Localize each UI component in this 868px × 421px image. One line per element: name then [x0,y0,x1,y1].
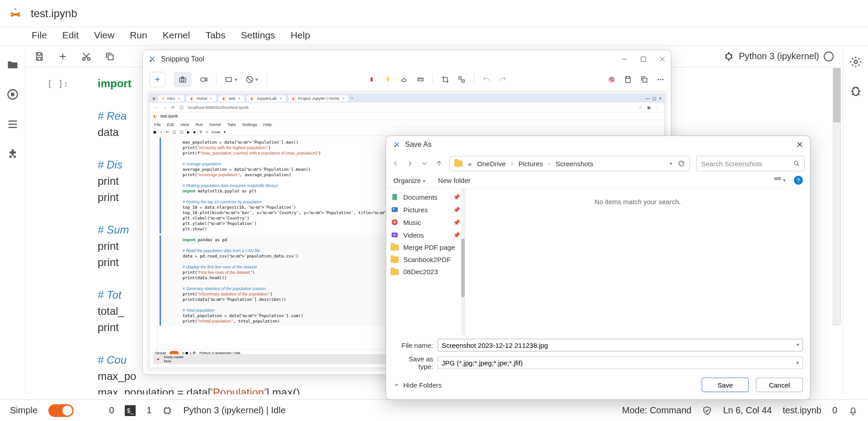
view-mode-dropdown[interactable]: ▾ [774,177,786,184]
tree-folder[interactable]: Merge PDF page [386,241,465,253]
close-dialog-icon[interactable] [797,141,803,148]
filename-input[interactable] [438,339,803,351]
terminal-icon[interactable]: $_ [125,405,136,416]
nav-forward-icon[interactable] [406,159,414,168]
status-zero: 0 [109,405,114,416]
path-segment[interactable]: Pictures [519,160,543,168]
undo-icon[interactable] [482,75,491,84]
tree-scrollbar[interactable] [461,189,465,335]
organize-dropdown[interactable]: Organize ▾ [393,177,425,184]
hide-folders-button[interactable]: Hide Folders [393,381,442,389]
svg-point-6 [726,54,731,59]
kernel-chip-icon [162,406,172,416]
minimize-icon[interactable] [621,56,627,62]
svg-rect-19 [462,80,464,82]
tree-folder[interactable]: Scanbook2PDF [386,253,465,266]
tree-pictures[interactable]: Pictures📌 [386,203,465,216]
menu-settings[interactable]: Settings [241,30,275,41]
search-box[interactable]: Search Screenshots [696,156,805,171]
menu-run[interactable]: Run [130,30,147,41]
svg-rect-31 [778,178,780,180]
camera-mode-button[interactable] [174,72,192,87]
shield-icon [702,406,712,416]
new-folder-button[interactable]: New folder [438,177,471,184]
status-file: test.ipynb [783,405,821,416]
save-as-dialog: Save As « OneDrive› Pictures› Screenshot… [386,136,811,400]
kernel-name[interactable]: Python 3 (ipykernel) [739,51,819,61]
snipping-tool-app-icon [148,55,156,63]
svg-point-22 [612,78,613,79]
folder-icon[interactable] [6,58,19,71]
debug-icon[interactable] [849,84,862,97]
ruler-icon[interactable] [416,75,425,84]
highlighter-icon[interactable] [384,75,392,84]
inner-title: test.ipynb [160,113,178,119]
maximize-icon[interactable] [640,56,646,62]
path-segment[interactable]: Screenshots [556,160,593,168]
eraser-icon[interactable] [400,75,408,84]
close-icon[interactable] [659,56,665,62]
filetype-label: Save as type: [393,355,433,370]
new-snip-button[interactable]: + [149,72,165,87]
svg-rect-24 [643,78,647,82]
svg-point-13 [181,79,184,81]
tree-folder[interactable]: 08Dec2023 [386,266,465,278]
save-icon[interactable] [624,75,632,84]
cut-icon[interactable] [81,51,91,61]
redo-icon[interactable] [499,75,507,84]
shape-dropdown[interactable]: ▾ [225,75,237,84]
browser-tab: ◐test× [219,95,244,102]
filetype-select[interactable]: JPG (*.jpg;*.jpeg;*.jpe;*.jfif)▾ [438,356,803,369]
crop-icon[interactable] [441,75,449,84]
copy-snip-icon[interactable] [640,75,648,84]
jupyter-menubar: File Edit View Run Kernel Tabs Settings … [0,27,868,46]
tree-videos[interactable]: Videos📌 [386,229,465,241]
svg-rect-18 [459,77,461,79]
cell-prompt: [ ]: [47,75,69,92]
running-icon[interactable] [6,88,19,101]
menu-view[interactable]: View [94,30,114,41]
nav-recent-icon[interactable] [420,159,429,168]
nav-back-icon[interactable] [392,159,400,168]
menu-help[interactable]: Help [291,30,310,41]
menu-edit[interactable]: Edit [62,30,79,41]
nav-up-icon[interactable] [435,159,443,168]
gear-icon[interactable] [849,56,862,68]
video-mode-icon[interactable] [200,75,208,84]
path-segment[interactable]: OneDrive [477,160,505,168]
paint-icon[interactable] [608,75,616,84]
save-titlebar[interactable]: Save As [386,136,810,153]
copy-icon[interactable] [105,51,115,61]
path-bar[interactable]: « OneDrive› Pictures› Screenshots ▾ [449,156,690,171]
add-cell-icon[interactable] [58,51,68,61]
snip-titlebar[interactable]: Snipping Tool [143,50,671,68]
bell-icon[interactable] [848,406,858,416]
simple-toggle[interactable] [48,404,74,417]
save-icon[interactable] [34,51,44,61]
help-icon[interactable]: ? [794,176,803,185]
svg-point-26 [660,79,661,80]
search-icon [793,160,800,167]
toc-icon[interactable] [6,118,19,131]
save-button[interactable]: Save [702,378,749,392]
jupyter-statusbar: Simple 0 $_ 1 Python 3 (ipykernel) | Idl… [0,399,868,421]
cancel-button[interactable]: Cancel [756,378,803,392]
menu-tabs[interactable]: Tabs [205,30,225,41]
delay-dropdown[interactable]: ▾ [245,75,258,84]
file-list[interactable]: No items match your search. [465,189,810,335]
pen-red-icon[interactable] [368,75,376,84]
tree-documents[interactable]: Documents📌 [386,191,465,203]
bug-icon[interactable] [723,51,734,62]
simple-label: Simple [10,405,38,416]
menu-file[interactable]: File [32,30,47,41]
scrollbar[interactable] [833,68,841,325]
extensions-icon[interactable] [6,148,19,160]
filename-label: File name: [393,341,433,349]
url-text: localhost:8888/doc/tree/test.ipynb [188,105,249,110]
scrollbar-thumb[interactable] [833,68,840,122]
refresh-icon[interactable] [678,160,685,167]
more-icon[interactable] [656,75,665,84]
tree-music[interactable]: Music📌 [386,216,465,229]
resize-icon[interactable] [458,75,466,84]
menu-kernel[interactable]: Kernel [163,30,190,41]
